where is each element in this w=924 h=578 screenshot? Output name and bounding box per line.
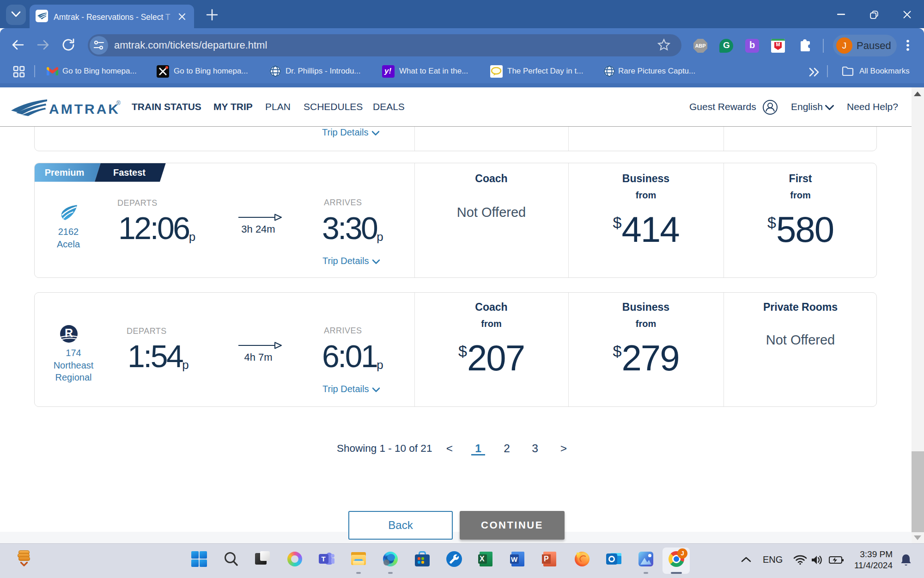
svg-text:AMTRAK: AMTRAK [49, 101, 120, 116]
svg-text:®: ® [116, 100, 121, 106]
svg-text:R: R [65, 326, 73, 339]
